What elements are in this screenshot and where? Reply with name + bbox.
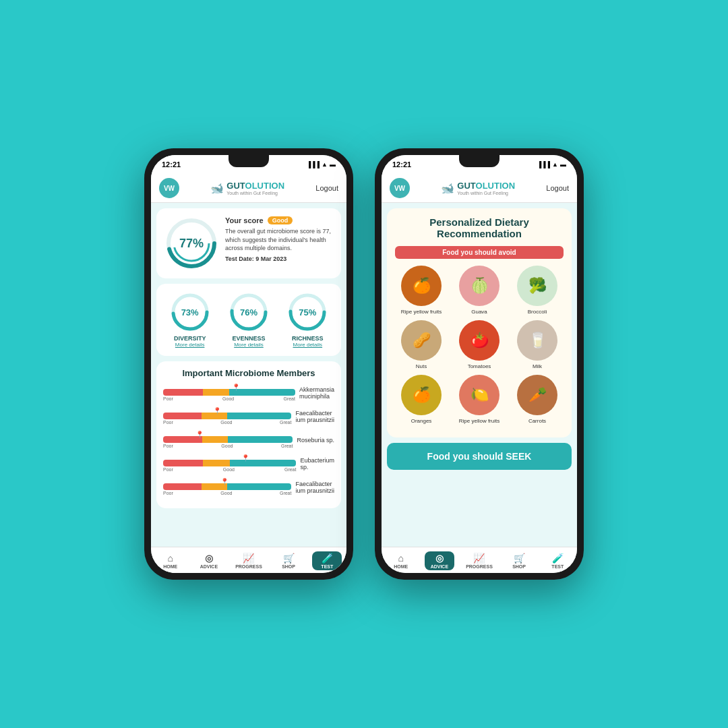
battery-icon: ▬ bbox=[330, 161, 336, 168]
micro-name-2: Roseburia sp. bbox=[297, 437, 334, 444]
micro-name-0: Akkermansiamuciniphila bbox=[299, 386, 334, 400]
avoid-badge: Food you should avoid bbox=[395, 246, 564, 259]
pin-0: 📍 bbox=[232, 384, 240, 391]
bar-labels-1: PoorGoodGreat bbox=[163, 420, 291, 425]
richness-label: RICHNESS bbox=[287, 335, 328, 342]
evenness-link[interactable]: More details bbox=[229, 342, 269, 348]
bar-red-4 bbox=[163, 483, 202, 490]
logo-title-right: GUTOLUTION bbox=[457, 181, 515, 191]
pin-4: 📍 bbox=[220, 478, 229, 485]
pin-1: 📍 bbox=[213, 407, 221, 415]
bottom-nav-left: ⌂ HOME ◎ ADVICE 📈 PROGRESS 🛒 SHOP 🧪 bbox=[151, 547, 346, 573]
home-icon-right: ⌂ bbox=[398, 553, 403, 564]
status-bar-right: 12:21 ▐▐▐ ▲ ▬ bbox=[382, 155, 577, 174]
nav-shop-left[interactable]: 🛒 SHOP bbox=[274, 551, 303, 570]
diversity-label: DIVERSITY bbox=[170, 335, 210, 342]
food-name-8: Carrots bbox=[511, 418, 564, 424]
nav-home-left[interactable]: ⌂ HOME bbox=[156, 551, 185, 570]
bar-teal-4 bbox=[227, 483, 291, 490]
battery-icon-r: ▬ bbox=[560, 161, 566, 168]
main-score-circle: 77% bbox=[164, 216, 218, 270]
advice-icon-left: ◎ bbox=[205, 553, 213, 564]
good-badge: Good bbox=[268, 216, 293, 224]
advice-label-left: ADVICE bbox=[200, 564, 218, 569]
richness-item: 75% RICHNESS More details bbox=[287, 292, 328, 348]
time-right: 12:21 bbox=[392, 160, 411, 169]
advice-icon-right: ◎ bbox=[435, 553, 444, 564]
signal-icon-r: ▐▐▐ bbox=[537, 161, 550, 168]
food-name-5: Milk bbox=[511, 363, 564, 369]
shop-label-left: SHOP bbox=[282, 564, 295, 569]
food-item-0: 🍊 Ripe yellow fruits bbox=[395, 266, 448, 315]
home-icon-left: ⌂ bbox=[167, 553, 173, 564]
shop-label-right: SHOP bbox=[512, 564, 526, 569]
time-left: 12:21 bbox=[162, 160, 181, 169]
progress-label-left: PROGRESS bbox=[235, 564, 262, 569]
bar-orange-3 bbox=[203, 460, 229, 466]
food-circle-1: 🍈 bbox=[459, 266, 499, 306]
micro-item-3: 📍 PoorGoodGreat Eubacterium bbox=[163, 454, 334, 473]
food-item-8: 🥕 Carrots bbox=[511, 375, 564, 424]
bar-teal-3 bbox=[230, 460, 297, 466]
bar-red-1 bbox=[163, 413, 202, 419]
food-circle-8: 🥕 bbox=[517, 375, 557, 415]
nav-advice-left[interactable]: ◎ ADVICE bbox=[194, 551, 224, 570]
logout-right[interactable]: Logout bbox=[546, 184, 569, 192]
score-desc: The overall gut microbiome score is 77, … bbox=[225, 227, 333, 253]
nav-home-right[interactable]: ⌂ HOME bbox=[386, 551, 416, 570]
food-item-1: 🍈 Guava bbox=[453, 266, 506, 315]
bar-labels-4: PoorGoodGreat bbox=[163, 491, 291, 495]
nav-shop-right[interactable]: 🛒 SHOP bbox=[504, 551, 534, 570]
seek-button[interactable]: Food you should SEEK bbox=[387, 443, 572, 470]
wifi-icon-r: ▲ bbox=[552, 161, 558, 168]
score-title-row: Your score Good bbox=[225, 216, 333, 224]
richness-circle: 75% bbox=[287, 292, 328, 332]
whale-icon-left: 🐋 bbox=[210, 182, 224, 195]
notch-left bbox=[229, 155, 269, 167]
bottom-nav-right: ⌂ HOME ◎ ADVICE 📈 PROGRESS 🛒 SHOP 🧪 bbox=[382, 547, 577, 573]
diversity-val: 73% bbox=[181, 307, 199, 317]
logo-text-left: GUTOLUTION Youth within Gut Feeling bbox=[226, 181, 284, 195]
food-circle-4: 🍅 bbox=[459, 320, 499, 361]
sub-scores: 73% DIVERSITY More details 76% bbox=[156, 284, 341, 356]
logout-left[interactable]: Logout bbox=[315, 184, 338, 192]
food-name-6: Oranges bbox=[395, 418, 448, 424]
home-label-right: HOME bbox=[394, 564, 408, 569]
microbiome-title: Important Microbiome Members bbox=[163, 368, 334, 378]
left-screen: 12:21 ▐▐▐ ▲ ▬ VW 🐋 GUTOLUTION Youth with… bbox=[151, 155, 346, 573]
left-phone: 12:21 ▐▐▐ ▲ ▬ VW 🐋 GUTOLUTION Youth with… bbox=[144, 148, 353, 580]
whale-icon-right: 🐋 bbox=[441, 182, 454, 195]
richness-val: 75% bbox=[299, 307, 316, 317]
nav-progress-left[interactable]: 📈 PROGRESS bbox=[233, 551, 265, 570]
food-name-4: Tomatoes bbox=[453, 363, 506, 369]
food-item-4: 🍅 Tomatoes bbox=[453, 320, 506, 369]
nav-progress-right[interactable]: 📈 PROGRESS bbox=[463, 551, 495, 570]
micro-name-4: Faecalibacterium prausnitzii bbox=[295, 481, 334, 494]
shop-icon-left: 🛒 bbox=[283, 553, 295, 564]
progress-icon-left: 📈 bbox=[243, 553, 254, 564]
evenness-label: EVENNESS bbox=[229, 335, 269, 342]
avatar-left: VW bbox=[159, 178, 179, 198]
richness-link[interactable]: More details bbox=[287, 342, 328, 348]
bar-labels-0: PoorGoodGreat bbox=[163, 396, 295, 401]
bar-teal-1 bbox=[227, 413, 291, 419]
signal-icon: ▐▐▐ bbox=[307, 161, 320, 168]
bar-red-0 bbox=[163, 389, 203, 396]
notch-right bbox=[459, 155, 499, 167]
nav-advice-right[interactable]: ◎ ADVICE bbox=[425, 551, 454, 570]
diversity-circle: 73% bbox=[170, 292, 210, 332]
phones-container: 12:21 ▐▐▐ ▲ ▬ VW 🐋 GUTOLUTION Youth with… bbox=[144, 148, 584, 580]
nav-test-right[interactable]: 🧪 TEST bbox=[543, 551, 572, 570]
nav-test-left[interactable]: 🧪 TEST bbox=[312, 551, 342, 570]
test-label-right: TEST bbox=[551, 564, 564, 569]
food-item-7: 🍋 Ripe yellow fruits bbox=[453, 375, 506, 424]
food-item-2: 🥦 Broccoli bbox=[511, 266, 564, 315]
food-circle-7: 🍋 bbox=[459, 375, 499, 415]
food-name-1: Guava bbox=[453, 309, 506, 315]
home-label-left: HOME bbox=[163, 564, 177, 569]
advice-label-right: ADVICE bbox=[431, 564, 448, 569]
diversity-link[interactable]: More details bbox=[170, 342, 210, 348]
bar-teal-2 bbox=[228, 436, 293, 443]
diversity-item: 73% DIVERSITY More details bbox=[170, 292, 210, 348]
progress-icon-right: 📈 bbox=[473, 553, 485, 564]
